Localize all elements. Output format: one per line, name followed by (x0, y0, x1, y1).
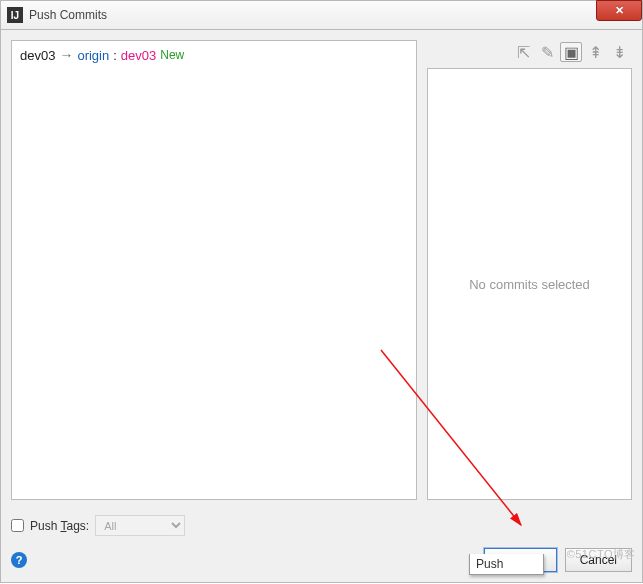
dialog-content: dev03 → origin : dev03 New ⇱ ✎ ▣ ⇞ ⇟ No … (0, 30, 643, 583)
empty-state-text: No commits selected (469, 277, 590, 292)
cancel-button[interactable]: Cancel (565, 548, 632, 572)
bottom-area: Push Tags: All ? Push ▼ Cancel Push (11, 515, 632, 572)
expand-icon[interactable]: ⇞ (584, 42, 606, 62)
details-toolbar: ⇱ ✎ ▣ ⇞ ⇟ (427, 40, 632, 68)
help-button[interactable]: ? (11, 552, 27, 568)
push-tags-label: Push Tags: (30, 519, 89, 533)
edit-icon[interactable]: ✎ (536, 42, 558, 62)
arrow-icon: → (59, 47, 73, 63)
window-title: Push Commits (29, 8, 107, 22)
push-tags-checkbox[interactable] (11, 519, 24, 532)
right-column: ⇱ ✎ ▣ ⇞ ⇟ No commits selected (427, 40, 632, 500)
push-tags-row: Push Tags: All (11, 515, 632, 536)
colon: : (113, 48, 117, 63)
pin-icon[interactable]: ⇱ (512, 42, 534, 62)
commit-details-panel: No commits selected (427, 68, 632, 500)
panels: dev03 → origin : dev03 New ⇱ ✎ ▣ ⇞ ⇟ No … (11, 40, 632, 500)
branch-line: dev03 → origin : dev03 New (20, 47, 408, 63)
close-icon: ✕ (615, 4, 624, 17)
titlebar: IJ Push Commits ✕ (0, 0, 643, 30)
close-button[interactable]: ✕ (596, 0, 642, 21)
remote-name[interactable]: origin (77, 48, 109, 63)
target-branch[interactable]: dev03 (121, 48, 156, 63)
push-tags-select[interactable]: All (95, 515, 185, 536)
commits-tree-panel[interactable]: dev03 → origin : dev03 New (11, 40, 417, 500)
local-branch: dev03 (20, 48, 55, 63)
collapse-icon[interactable]: ⇟ (608, 42, 630, 62)
new-badge: New (160, 48, 184, 62)
dropdown-item-push[interactable]: Push (476, 557, 537, 571)
app-icon: IJ (7, 7, 23, 23)
group-icon[interactable]: ▣ (560, 42, 582, 62)
push-dropdown-menu[interactable]: Push (469, 554, 544, 575)
